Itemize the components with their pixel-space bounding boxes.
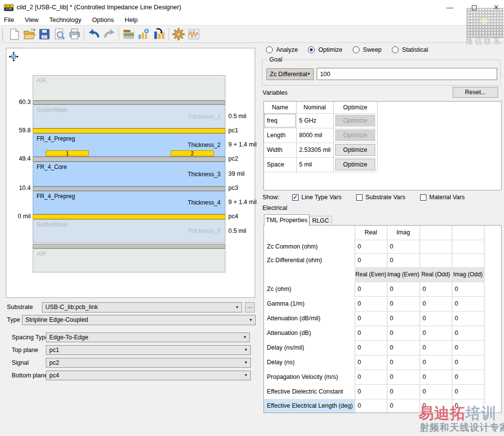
- optimize-radio[interactable]: [308, 46, 315, 53]
- tab-rlgc[interactable]: RLGC: [309, 216, 332, 225]
- goal-groupbox: Goal Zc Differential▼: [262, 60, 501, 85]
- variable-name-cell[interactable]: Space: [267, 161, 284, 168]
- real-header: Real: [355, 229, 387, 236]
- toolbar-grip[interactable]: [2, 28, 4, 41]
- print-icon[interactable]: [67, 26, 82, 42]
- cross-section-panel[interactable]: AIR SolderMask Thickness_1 FR_4_Prepreg …: [6, 48, 255, 298]
- value-cell: 0: [423, 388, 426, 395]
- layer-pc2[interactable]: [33, 157, 225, 162]
- type-value: Stripline Edge-Coupled: [25, 316, 88, 323]
- dimension-label: 10.4: [10, 185, 31, 191]
- add-plot-icon[interactable]: [136, 26, 151, 42]
- minimize-button[interactable]: —: [442, 0, 458, 15]
- export-plot-icon[interactable]: [151, 26, 166, 42]
- dimension-label: 49.4: [10, 155, 31, 162]
- redo-icon[interactable]: [101, 26, 117, 42]
- material-vars-checkbox[interactable]: [420, 194, 426, 201]
- chevron-down-icon: ▼: [244, 346, 248, 354]
- row-label: Effective Dielectric Constant: [267, 388, 343, 395]
- layer-soldermask-bottom[interactable]: SolderMask Thickness_5: [33, 219, 225, 243]
- row-label: Zc Common (ohm): [267, 243, 318, 250]
- substrate-label: Substrate: [7, 304, 33, 311]
- value-cell: 0: [358, 315, 361, 322]
- menu-file[interactable]: File: [4, 16, 14, 23]
- substrate-combo[interactable]: USB-C_lib:pcb_link▼: [42, 302, 242, 312]
- layer-pc1[interactable]: [33, 128, 225, 133]
- layer-prepreg-top[interactable]: FR_4_Prepreg Thickness_2 1 2: [33, 133, 225, 157]
- undo-icon[interactable]: [86, 26, 101, 42]
- thickness-var-label: Thickness_1: [188, 113, 221, 120]
- menu-options[interactable]: Options: [92, 16, 114, 23]
- row-label: Delay (ns/mil): [267, 344, 304, 351]
- value-cell: 0: [358, 402, 361, 409]
- menu-view[interactable]: View: [25, 16, 39, 23]
- layer-conductor-top[interactable]: [33, 101, 225, 104]
- variable-nominal-cell[interactable]: 5 mil: [299, 161, 312, 168]
- variable-nominal-cell[interactable]: 5 GHz: [299, 117, 316, 124]
- signal-trace-2[interactable]: 2: [171, 150, 214, 156]
- layer-prepreg-bottom[interactable]: FR_4_Prepreg Thickness_4: [33, 191, 225, 214]
- toolbar-separator: [119, 28, 119, 41]
- imag-header: Imag: [387, 229, 420, 236]
- dimension-label: 0 mil: [10, 213, 31, 220]
- toolbar-separator: [84, 28, 84, 41]
- imag-odd-header: Imag (Odd): [452, 271, 484, 278]
- top-plane-combo[interactable]: pc1▼: [46, 345, 251, 355]
- chevron-down-icon: ▼: [235, 303, 239, 312]
- save-icon[interactable]: [37, 26, 52, 42]
- analyze-label: Analyze: [276, 46, 298, 53]
- value-cell: 0: [358, 286, 361, 292]
- sweep-radio[interactable]: [353, 46, 360, 53]
- stackup-icon[interactable]: [121, 26, 136, 42]
- value-cell: 0: [390, 257, 393, 264]
- value-cell: 0: [358, 374, 361, 380]
- layer-pc3[interactable]: [33, 187, 225, 191]
- layer-pc4[interactable]: [33, 214, 225, 219]
- value-cell: 0: [423, 344, 426, 351]
- menu-technology[interactable]: Technology: [49, 16, 81, 23]
- row-label: Propagation Velocity (m/s): [267, 374, 338, 380]
- top-plane-value: pc1: [49, 347, 59, 353]
- variable-nominal-cell[interactable]: 8000 mil: [299, 132, 322, 139]
- preview-icon[interactable]: [52, 26, 67, 42]
- show-label: Show:: [262, 194, 280, 201]
- row-label[interactable]: Effective Electrical Length (deg): [267, 402, 353, 409]
- layer-label: SolderMask: [37, 106, 67, 113]
- layer-core[interactable]: FR_4_Core Thickness_3: [33, 162, 225, 187]
- substrate-vars-checkbox[interactable]: [356, 194, 363, 201]
- simulation-waveform-icon[interactable]: [186, 26, 201, 42]
- variable-name-cell[interactable]: Width: [267, 146, 282, 153]
- variable-nominal-cell[interactable]: 2.53305 mil: [299, 146, 331, 153]
- optimize-space-button[interactable]: Optimize: [335, 159, 375, 170]
- settings-gear-icon[interactable]: [171, 26, 186, 42]
- signal-combo[interactable]: pc2▼: [46, 358, 251, 368]
- layer-conductor-bottom[interactable]: [33, 244, 225, 249]
- reset-button[interactable]: Reset...: [453, 87, 498, 98]
- analyze-radio[interactable]: [266, 46, 273, 53]
- thickness-var-label: Thickness_4: [188, 199, 221, 206]
- layer-soldermask-top[interactable]: SolderMask Thickness_1: [33, 104, 225, 128]
- layer-air-bottom[interactable]: AIR: [33, 249, 225, 272]
- value-cell: 0: [358, 330, 361, 336]
- spacing-type-combo[interactable]: Edge-To-Edge▼: [46, 332, 250, 342]
- statistical-radio[interactable]: [392, 46, 399, 53]
- optimize-width-button[interactable]: Optimize: [335, 144, 375, 156]
- brand-primary: 易迪拓: [419, 405, 465, 422]
- bottom-plane-combo[interactable]: pc4▼: [46, 371, 251, 380]
- goal-parameter-combo[interactable]: Zc Differential▼: [266, 68, 314, 80]
- menu-help[interactable]: Help: [125, 16, 138, 23]
- new-document-icon[interactable]: [6, 26, 21, 42]
- variable-name-cell[interactable]: freq: [267, 117, 278, 124]
- variable-name-cell[interactable]: Length: [267, 132, 285, 139]
- goal-value-input[interactable]: [317, 68, 497, 80]
- open-icon[interactable]: [21, 26, 37, 42]
- signal-trace-1[interactable]: 1: [46, 150, 89, 156]
- layer-air-top[interactable]: AIR: [33, 75, 225, 101]
- thickness-value: 0.5 mil: [228, 228, 246, 234]
- substrate-browse-button[interactable]: ...: [245, 302, 255, 312]
- signal-value: pc2: [49, 359, 59, 366]
- substrate-value: USB-C_lib:pcb_link: [45, 304, 98, 311]
- tab-tml-properties[interactable]: TML Properties: [264, 214, 309, 226]
- line-type-vars-checkbox[interactable]: ✓: [292, 194, 299, 201]
- type-combo[interactable]: Stripline Edge-Coupled▼: [22, 315, 256, 325]
